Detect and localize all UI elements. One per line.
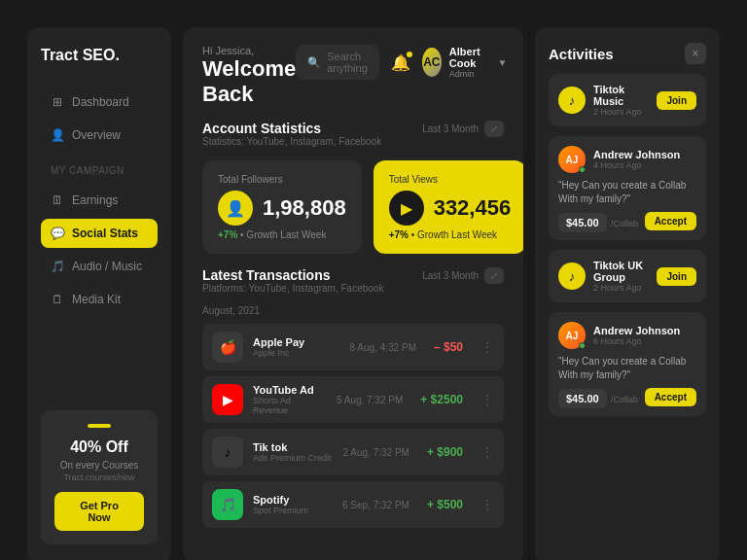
tx-date: 8 Aug, 4:32 PM	[350, 342, 416, 353]
activity-price: $45.00	[558, 213, 607, 232]
tx-subtext: Apple Inc	[253, 348, 340, 358]
views-value-row: ▶ 332,456	[389, 191, 512, 226]
activity-name: Andrew Johnson	[593, 149, 680, 160]
activity-time: 2 Hours Ago	[593, 283, 649, 293]
table-row: ▶ YouTube Ad Shorts Ad Revenue 5 Aug, 7:…	[202, 376, 504, 423]
notification-button[interactable]: 🔔	[391, 53, 410, 72]
join-tiktok-music-button[interactable]: Join	[657, 91, 696, 110]
youtube-icon: ▶	[212, 384, 243, 415]
views-icon: ▶	[389, 191, 424, 226]
tx-subtext: Shorts Ad Revenue	[253, 396, 327, 415]
tx-more-icon[interactable]: ⋮	[480, 339, 494, 355]
tx-subtext: Spot Premium	[253, 506, 333, 515]
earnings-icon: 🗓	[51, 193, 64, 207]
sidebar-item-overview[interactable]: 👤 Overview	[41, 121, 158, 150]
tx-date-label: August, 2021	[202, 305, 504, 316]
sidebar-item-dashboard[interactable]: ⊞ Dashboard	[41, 88, 158, 117]
tx-info: Tik tok Ads Premium Credit	[253, 441, 334, 463]
tx-list: August, 2021 🍎 Apple Pay Apple Inc 8 Aug…	[202, 301, 504, 528]
tx-name: Apple Pay	[253, 336, 340, 348]
followers-card: Total Followers 👤 1,98,808 +7% • Growth …	[202, 160, 362, 254]
apple-pay-icon: 🍎	[212, 332, 243, 363]
table-row: ♪ Tik tok Ads Premium Credit 2 Aug, 7:32…	[202, 429, 504, 475]
list-item: AJ Andrew Johnson 6 Hours Ago "Hey Can y…	[549, 312, 706, 416]
online-dot	[579, 342, 586, 349]
tx-more-icon[interactable]: ⋮	[480, 444, 494, 460]
tx-name: YouTube Ad	[253, 384, 327, 396]
tiktok-uk-icon: ♪	[558, 262, 586, 290]
tx-title: Latest Transactions	[202, 267, 383, 283]
transactions-section: Latest Transactions Platforms: YouTube, …	[202, 267, 504, 546]
page-header: Hi Jessica, Welcome Back 🔍 Search anythi…	[202, 45, 504, 107]
price-label: /Collab	[611, 219, 638, 228]
main-content: Hi Jessica, Welcome Back 🔍 Search anythi…	[183, 27, 523, 560]
tx-info: Apple Pay Apple Inc	[253, 336, 340, 358]
views-growth: +7% • Growth Last Week	[389, 229, 512, 240]
views-data: 332,456	[434, 195, 512, 221]
activities-header: Activities ×	[549, 43, 706, 64]
sidebar: Tract SEO. ⊞ Dashboard 👤 Overview My Cam…	[27, 27, 171, 560]
activity-name: Tiktok Music	[593, 84, 649, 107]
stats-subtitle: Statistics: YouTube, Instagram, Facebook	[202, 136, 381, 147]
promo-subtitle: On every Courses	[54, 460, 144, 471]
avatar: AJ	[558, 146, 586, 173]
dashboard-icon: ⊞	[51, 95, 64, 109]
sidebar-item-social-stats[interactable]: 💬 Social Stats	[41, 219, 158, 248]
tx-period-label: Last 3 Month	[422, 270, 479, 281]
tx-subtitle: Platforms: YouTube, Instagram, Facebook	[202, 283, 383, 294]
promo-link: Tract.courses/new	[54, 472, 144, 482]
activity-name: Tiktok UK Group	[593, 260, 649, 283]
tx-info: YouTube Ad Shorts Ad Revenue	[253, 384, 327, 415]
export-tx-icon[interactable]: ⤢	[484, 267, 504, 284]
avatar: AJ	[558, 322, 586, 349]
join-tiktok-uk-button[interactable]: Join	[657, 267, 696, 286]
activity-top: ♪ Tiktok UK Group 2 Hours Ago Join	[558, 260, 696, 293]
sidebar-item-label: Earnings	[72, 193, 118, 207]
search-bar[interactable]: 🔍 Search anything	[296, 45, 379, 80]
price-label: /Collab	[611, 395, 638, 404]
list-item: AJ Andrew Johnson 4 Hours Ago "Hey Can y…	[549, 136, 706, 240]
header-text: Hi Jessica, Welcome Back	[202, 45, 296, 107]
social-stats-icon: 💬	[51, 227, 64, 240]
stats-cards: Total Followers 👤 1,98,808 +7% • Growth …	[202, 160, 504, 254]
sidebar-item-label: Media Kit	[72, 293, 121, 306]
followers-icon: 👤	[218, 191, 253, 226]
avatar: AC	[422, 48, 442, 77]
user-info[interactable]: AC Albert Cook Admin ▼	[422, 46, 508, 79]
tx-header-left: Latest Transactions Platforms: YouTube, …	[202, 267, 383, 294]
tx-more-icon[interactable]: ⋮	[480, 497, 494, 512]
activity-top: AJ Andrew Johnson 6 Hours Ago	[558, 322, 696, 349]
list-item: ♪ Tiktok Music 2 Hours Ago Join	[549, 74, 706, 126]
sidebar-item-earnings[interactable]: 🗓 Earnings	[41, 186, 158, 215]
get-pro-button[interactable]: Get Pro Now	[54, 492, 144, 531]
notification-dot	[407, 52, 412, 57]
tx-amount: + $900	[419, 445, 471, 459]
table-row: 🎵 Spotify Spot Premium 6 Sep, 7:32 PM + …	[202, 481, 504, 528]
chevron-down-icon: ▼	[498, 57, 508, 68]
accept-button-2[interactable]: Accept	[645, 388, 696, 406]
stats-header-left: Account Statistics Statistics: YouTube, …	[202, 121, 381, 147]
activity-price-row: $45.00 /Collab Accept	[558, 388, 696, 406]
table-row: 🍎 Apple Pay Apple Inc 8 Aug, 4:32 PM – $…	[202, 324, 504, 370]
views-label: Total Views	[389, 174, 512, 185]
activity-info: Tiktok Music 2 Hours Ago	[593, 84, 649, 117]
stats-title: Account Statistics	[202, 121, 381, 136]
export-icon[interactable]: ⤢	[484, 121, 504, 137]
followers-value: 1,98,808	[263, 195, 346, 221]
tx-more-icon[interactable]: ⋮	[480, 392, 494, 407]
sidebar-item-audio-music[interactable]: 🎵 Audio / Music	[41, 252, 158, 281]
tx-amount: + $500	[419, 498, 471, 511]
sidebar-nav: ⊞ Dashboard 👤 Overview My Campaign 🗓 Ear…	[41, 88, 158, 314]
sidebar-item-label: Overview	[72, 128, 121, 142]
header-greeting: Hi Jessica,	[202, 45, 296, 56]
close-activities-button[interactable]: ×	[685, 43, 706, 64]
activity-message: "Hey Can you create a Collab With my fam…	[558, 179, 696, 206]
online-dot	[579, 166, 586, 173]
stats-section-header: Account Statistics Statistics: YouTube, …	[202, 121, 504, 147]
tx-section-header: Latest Transactions Platforms: YouTube, …	[202, 267, 504, 294]
tx-info: Spotify Spot Premium	[253, 494, 333, 515]
sidebar-item-media-kit[interactable]: 🗒 Media Kit	[41, 285, 158, 314]
views-card: Total Views ▶ 332,456 +7% • Growth Last …	[374, 160, 523, 254]
overview-icon: 👤	[51, 128, 64, 142]
accept-button-1[interactable]: Accept	[645, 212, 696, 230]
